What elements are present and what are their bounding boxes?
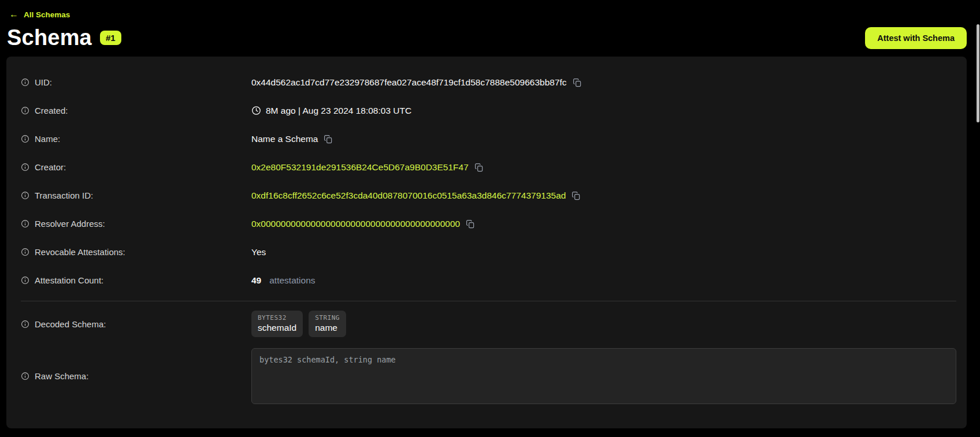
creator-row: Creator: 0x2e80F532191de291536B24Ce5D67a…: [21, 153, 956, 181]
resolver-address-label: Resolver Address:: [35, 219, 105, 229]
scrollbar-thumb[interactable]: [977, 24, 979, 122]
info-icon: [21, 78, 29, 87]
schema-details-card: UID: 0x44d562ac1d7cd77e232978687fea027ac…: [6, 57, 967, 428]
copy-creator-button[interactable]: [474, 163, 484, 172]
copy-icon: [571, 191, 581, 200]
copy-uid-button[interactable]: [573, 78, 582, 87]
attest-with-schema-button[interactable]: Attest with Schema: [865, 27, 967, 49]
field-name: name: [315, 323, 340, 333]
field-name: schemaId: [258, 323, 296, 333]
copy-transaction-id-button[interactable]: [571, 191, 581, 200]
copy-icon: [324, 135, 333, 144]
attestations-link[interactable]: attestations: [269, 275, 315, 286]
clock-icon: [251, 106, 261, 115]
info-icon: [21, 106, 29, 115]
back-to-all-schemas-link[interactable]: ← All Schemas: [9, 10, 70, 19]
info-icon: [21, 191, 29, 200]
created-row: Created: 8M ago | Aug 23 2024 18:08:03 U…: [21, 96, 956, 125]
topbar: ← All Schemas: [0, 0, 980, 20]
info-icon: [21, 372, 29, 380]
info-icon: [21, 248, 29, 256]
decoded-schema-label: Decoded Schema:: [35, 319, 106, 329]
created-label: Created:: [35, 106, 68, 115]
copy-name-button[interactable]: [324, 135, 333, 144]
back-link-label: All Schemas: [24, 10, 70, 19]
field-type: STRING: [315, 314, 340, 322]
field-type: BYTES32: [258, 314, 296, 322]
raw-schema-label: Raw Schema:: [35, 371, 88, 381]
schema-field-badge: STRING name: [309, 311, 346, 337]
schema-field-badge: BYTES32 schemaId: [251, 311, 303, 337]
copy-icon: [466, 219, 475, 229]
name-row: Name: Name a Schema: [21, 125, 956, 153]
transaction-id-link[interactable]: 0xdf16c8cff2652c6ce52f3cda40d0878070016c…: [251, 191, 566, 201]
revocable-row: Revocable Attestations: Yes: [21, 238, 956, 266]
revocable-value: Yes: [251, 247, 266, 257]
created-value: 8M ago | Aug 23 2024 18:08:03 UTC: [266, 106, 411, 116]
transaction-id-row: Transaction ID: 0xdf16c8cff2652c6ce52f3c…: [21, 181, 956, 210]
resolver-address-link[interactable]: 0x00000000000000000000000000000000000000…: [251, 219, 460, 229]
attestation-count-value: 49: [251, 275, 261, 286]
name-label: Name:: [35, 134, 60, 144]
schema-name-value: Name a Schema: [251, 134, 318, 144]
creator-label: Creator:: [35, 162, 66, 172]
revocable-label: Revocable Attestations:: [35, 247, 125, 257]
uid-row: UID: 0x44d562ac1d7cd77e232978687fea027ac…: [21, 68, 956, 96]
page-title: Schema: [7, 25, 92, 50]
attestation-count-row: Attestation Count: 49 attestations: [21, 266, 956, 294]
copy-resolver-button[interactable]: [466, 219, 475, 229]
resolver-address-row: Resolver Address: 0x00000000000000000000…: [21, 210, 956, 238]
uid-label: UID:: [35, 77, 52, 87]
copy-icon: [573, 78, 582, 87]
creator-address-link[interactable]: 0x2e80F532191de291536B24Ce5D67a9B0D3E51F…: [251, 162, 469, 173]
attestation-count-label: Attestation Count:: [35, 275, 103, 285]
info-icon: [21, 135, 29, 143]
scrollbar-track: [976, 0, 980, 437]
title-row: Schema #1 Attest with Schema: [0, 20, 980, 50]
info-icon: [21, 320, 29, 328]
schema-number-badge: #1: [100, 31, 121, 45]
info-icon: [21, 163, 29, 171]
back-arrow-icon: ←: [9, 10, 18, 19]
copy-icon: [474, 163, 484, 172]
transaction-id-label: Transaction ID:: [35, 191, 93, 200]
info-icon: [21, 276, 29, 285]
raw-schema-row: Raw Schema: bytes32 schemaId, string nam…: [21, 346, 956, 406]
raw-schema-textarea[interactable]: bytes32 schemaId, string name: [251, 348, 956, 404]
info-icon: [21, 219, 29, 228]
uid-value: 0x44d562ac1d7cd77e232978687fea027ace48f7…: [251, 77, 567, 88]
decoded-schema-row: Decoded Schema: BYTES32 schemaId STRING …: [21, 301, 956, 346]
